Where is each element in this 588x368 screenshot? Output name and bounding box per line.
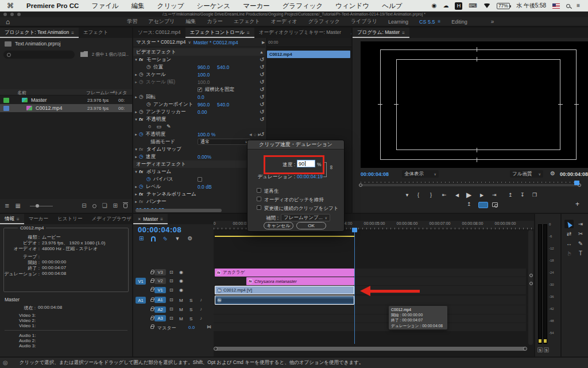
maintain-pitch-checkbox[interactable] — [257, 197, 261, 201]
track-lane-a3[interactable] — [214, 315, 526, 323]
track-badge-v2[interactable]: V2 — [154, 278, 166, 284]
multicam-toggle-button[interactable] — [478, 202, 488, 208]
export-icon[interactable]: ↥ — [467, 201, 471, 207]
fx-param-opacity[interactable]: ▸ ◷ 不透明度 100.0 % ◀◇▶ ↺ — [133, 131, 265, 138]
ripple-edit-shift-checkbox[interactable] — [257, 205, 261, 210]
workspace-tab-learning-jp[interactable]: 学習 — [127, 18, 137, 25]
position-y-value[interactable]: 540.0 — [217, 64, 229, 70]
stopwatch-icon[interactable]: ◷ — [139, 132, 146, 137]
menu-graphics[interactable]: グラフィック — [283, 2, 323, 10]
stopwatch-icon[interactable]: ◷ — [139, 94, 146, 99]
timeline-timecode[interactable]: 00:00:04:08 — [138, 225, 181, 234]
lift-icon[interactable]: ↥ — [508, 192, 513, 198]
track-mute-button[interactable]: M — [179, 307, 183, 312]
twirl-closed-icon[interactable]: ▸ — [133, 72, 139, 76]
track-header-master[interactable]: マスター 0.0 ⋈ — [133, 323, 214, 331]
twirl-closed-icon[interactable]: ▸ — [133, 200, 139, 204]
anchor-y-value[interactable]: 540.0 — [217, 102, 229, 108]
timeline-playhead-marker[interactable] — [352, 228, 357, 232]
reset-icon[interactable]: ↺ — [260, 87, 264, 93]
project-row-c0012[interactable]: C0012.mp4 23.976 fps 00: — [0, 104, 132, 112]
kf-prev-icon[interactable]: ◀ — [249, 133, 252, 136]
track-insert-icon[interactable]: ⊡ — [169, 270, 173, 275]
timeline-horizontal-scrollbar[interactable] — [215, 347, 526, 351]
blendmode-dropdown[interactable]: 通常 ∨ — [198, 139, 250, 145]
wifi-icon[interactable] — [483, 3, 490, 8]
sequence-clip-ref[interactable]: Master * C0012.mp4 — [194, 40, 238, 45]
rect-mask-icon[interactable]: ▭ — [156, 124, 161, 129]
track-header-v2[interactable]: V1 V2 ⊡ ◉ — [133, 277, 214, 285]
twirl-open-icon[interactable]: ▾ — [133, 147, 139, 151]
track-lock-icon[interactable] — [150, 299, 154, 302]
level-value[interactable]: 0.0 dB — [198, 184, 212, 190]
fx-badge-icon[interactable]: fx — [139, 57, 146, 62]
hand-tool[interactable]: ☞ — [565, 249, 574, 258]
tab-project[interactable]: プロジェクト: Text Animation ≡ — [0, 28, 79, 38]
menu-help[interactable]: ヘルプ — [382, 2, 402, 10]
clip-c0012-video[interactable]: fx C0012.mp4 [V] — [215, 286, 354, 294]
project-bin-name[interactable]: Text Animation.prproj — [15, 41, 60, 47]
workspace-tab-learning-en[interactable]: Learning — [388, 19, 408, 25]
track-solo-button[interactable]: S — [189, 298, 192, 303]
track-insert-icon[interactable]: ⊡ — [169, 288, 173, 293]
export-frame-camera-icon[interactable] — [492, 202, 498, 207]
fx-group-opacity[interactable]: ▾ fx 不透明度 ↺ — [133, 116, 265, 123]
tab-program-monitor[interactable]: プログラム: Master ≡ — [353, 28, 409, 38]
reset-icon[interactable]: ↺ — [260, 72, 264, 78]
goto-in-icon[interactable]: ⇤ — [442, 192, 447, 198]
twirl-closed-icon[interactable]: ▸ — [133, 110, 139, 114]
position-x-value[interactable]: 960.0 — [198, 64, 210, 70]
step-forward-icon[interactable]: ▶ — [480, 193, 483, 198]
track-insert-icon[interactable]: ⊡ — [169, 307, 173, 312]
sort-asc-icon[interactable]: ∧ — [113, 90, 115, 94]
reset-icon[interactable]: ↺ — [260, 79, 264, 85]
pen-mask-icon[interactable]: ✎ — [167, 124, 171, 129]
track-lane-a2[interactable] — [214, 305, 526, 314]
expand-timeline-view-icon[interactable]: ▶ — [262, 40, 265, 45]
duration-value[interactable]: 00:00:04:19 — [297, 174, 323, 179]
scrubber-left-end[interactable] — [359, 183, 362, 187]
fx-group-channel-volume[interactable]: ▸ fx チャンネルボリューム — [133, 190, 265, 198]
stopwatch-icon[interactable]: ◷ — [139, 72, 146, 77]
workspace-tab-color[interactable]: カラー — [207, 18, 222, 25]
play-icon[interactable]: ▶ — [466, 191, 471, 199]
fx-group-timeremap[interactable]: ▾ fx タイムリマップ — [133, 145, 265, 153]
zoom-handle-left[interactable] — [214, 347, 218, 351]
twirl-open-icon[interactable]: ▾ — [133, 57, 139, 62]
fx-param-level[interactable]: ▸ ◷ レベル 0.0 dB ◀◇ — [133, 183, 265, 190]
goto-out-icon[interactable]: ⇥ — [492, 192, 497, 198]
nest-toggle-icon[interactable]: ⊞ — [139, 236, 144, 241]
menu-marker[interactable]: マーカー — [243, 2, 270, 10]
new-bin-icon[interactable]: ❏ — [102, 203, 107, 209]
track-visibility-eye-icon[interactable]: ◉ — [179, 279, 183, 283]
collapse-section-icon[interactable]: ▲ — [260, 50, 264, 54]
reset-icon[interactable]: ↺ — [260, 102, 264, 108]
fx-param-scale[interactable]: ▸ ◷ スケール 100.0 ↺ — [133, 71, 265, 78]
input-source-icon[interactable]: ⌨ — [469, 3, 477, 9]
icon-view-icon[interactable]: ▦ — [15, 203, 20, 209]
track-lock-icon[interactable] — [150, 289, 154, 292]
source-patch-v1[interactable]: V1 — [136, 278, 146, 285]
menu-clip[interactable]: クリップ — [157, 2, 184, 10]
menu-window[interactable]: ウィンドウ — [335, 2, 369, 10]
fx-param-bypass[interactable]: ◷ バイパス ◀◇ — [133, 175, 265, 183]
h-app-icon[interactable]: H — [455, 2, 462, 10]
track-lock-icon[interactable] — [150, 280, 154, 283]
tab-info[interactable]: 情報 ≡ — [0, 214, 24, 224]
bin-nav-icon[interactable] — [80, 51, 88, 57]
mini-timeline-clip[interactable]: C0012.mp4 — [267, 51, 350, 58]
tab-effects-panel[interactable]: エフェクト — [79, 28, 113, 38]
events-icon[interactable]: ◎ — [3, 360, 8, 366]
fx-param-uniform-scale[interactable]: 縦横比を固定 ↺ — [133, 86, 265, 93]
reset-icon[interactable]: ↺ — [260, 64, 264, 70]
fx-param-blendmode[interactable]: 描画モード 通常 ∨ — [133, 138, 265, 145]
type-tool[interactable]: T — [576, 249, 585, 258]
track-lane-master[interactable] — [214, 323, 526, 331]
timeline-settings-wrench-icon[interactable]: ⚙ — [187, 236, 192, 241]
workspace-overflow-icon[interactable]: » — [491, 18, 494, 25]
zoom-slider-knob[interactable] — [36, 204, 39, 208]
home-icon[interactable]: ⌂ — [6, 18, 10, 25]
workspace-tab-audio[interactable]: オーディオ — [271, 18, 297, 25]
track-header-v3[interactable]: V3 ⊡ ◉ — [133, 269, 214, 277]
voiceover-mic-icon[interactable]: ♪ — [200, 298, 202, 302]
